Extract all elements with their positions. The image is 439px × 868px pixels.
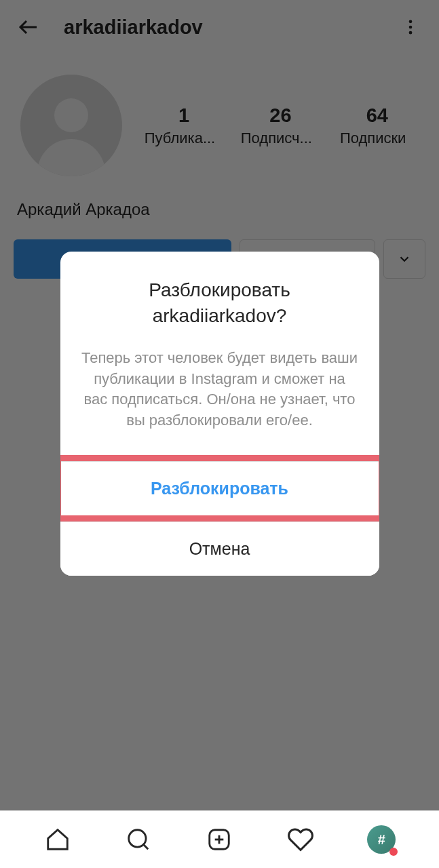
unblock-confirmation-modal: Разблокировать arkadiiarkadov? Теперь эт… [60,252,379,576]
tutorial-highlight: Разблокировать [60,455,379,521]
heart-icon [287,826,314,853]
modal-header: Разблокировать arkadiiarkadov? [60,252,379,334]
nav-profile-avatar: # [367,825,396,854]
modal-description: Теперь этот человек будет видеть ваши пу… [60,334,379,455]
modal-overlay[interactable]: Разблокировать arkadiiarkadov? Теперь эт… [0,0,439,868]
plus-square-icon [206,827,232,852]
nav-profile[interactable]: # [364,823,398,856]
cancel-button[interactable]: Отмена [60,521,379,576]
home-icon [45,827,71,852]
svg-point-4 [129,830,146,847]
search-icon [126,827,151,852]
nav-search[interactable] [121,823,155,856]
nav-home[interactable] [41,823,75,856]
nav-new-post[interactable] [202,823,236,856]
confirm-unblock-button[interactable]: Разблокировать [61,461,379,515]
profile-symbol: # [378,832,385,848]
nav-activity[interactable] [284,823,318,856]
modal-title: Разблокировать arkadiiarkadov? [81,277,359,329]
bottom-navigation: # [0,810,439,868]
notification-dot [389,848,398,856]
svg-line-5 [143,844,148,849]
